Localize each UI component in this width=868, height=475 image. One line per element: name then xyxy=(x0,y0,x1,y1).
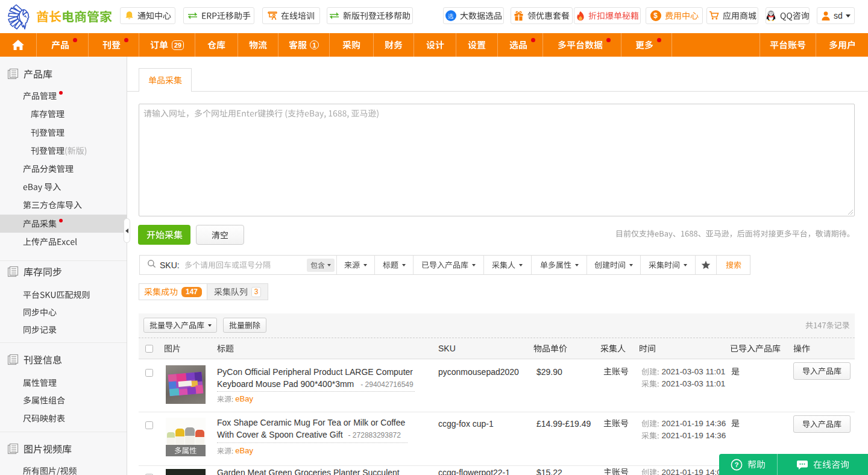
svg-text:?: ? xyxy=(734,461,738,468)
